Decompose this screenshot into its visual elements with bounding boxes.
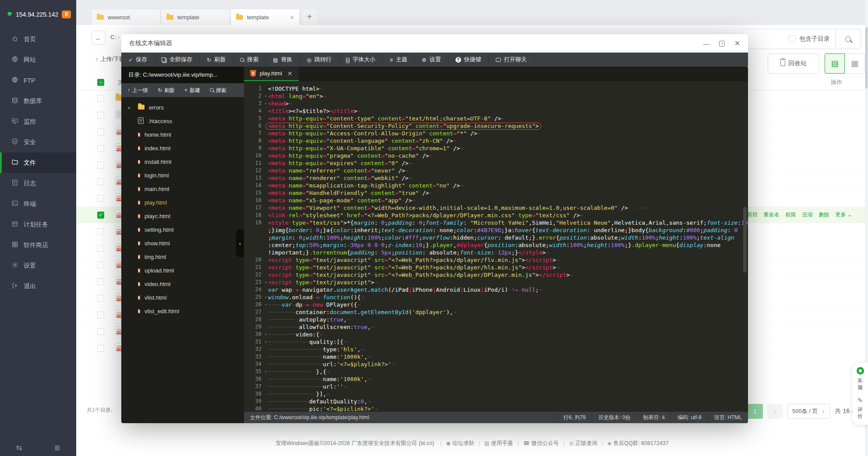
sidebar-item-退出[interactable]: 退出 — [0, 276, 76, 297]
toolbar-搜索[interactable]: 搜索 — [233, 53, 266, 67]
fold-icon[interactable]: ▾ — [265, 301, 267, 308]
row-checkbox[interactable] — [97, 162, 104, 169]
grid-view-button[interactable]: ▦ — [845, 53, 865, 74]
action-重命名[interactable]: 重命名 — [764, 211, 780, 219]
row-checkbox[interactable] — [97, 278, 104, 285]
tree-item-install.html[interactable]: 5install.html — [121, 155, 244, 169]
toolbar-快捷键[interactable]: ?快捷键 — [448, 53, 489, 67]
fold-icon[interactable]: ▾ — [265, 331, 267, 338]
row-checkbox[interactable] — [97, 112, 104, 119]
editor-tab-play[interactable]: 5 play.html ✕ — [244, 67, 299, 81]
tree-item-errors[interactable]: ▸errors — [121, 101, 244, 114]
per-page-select[interactable]: 500条 / 页∨ — [787, 404, 830, 419]
tree-item-upload.html[interactable]: 5upload.html — [121, 264, 244, 277]
sidebar-item-设置[interactable]: 设置 — [0, 255, 76, 276]
status-语言: HTML[interactable]: 语言: HTML — [708, 412, 748, 423]
rate-icon[interactable]: ✎ — [857, 397, 863, 404]
upload-download-button[interactable]: ↑上传/下载 — [95, 55, 125, 63]
tree-item-home.html[interactable]: 5home.html — [121, 128, 244, 141]
row-checkbox[interactable] — [97, 95, 104, 102]
status-编码: utf-8[interactable]: 编码: utf-8 — [671, 412, 708, 423]
row-checkbox[interactable] — [97, 195, 104, 202]
footer-link-售后QQ群: 608172437[interactable]: ◈售后QQ群: 608172437 — [607, 440, 669, 446]
fold-icon[interactable]: ▾ — [265, 338, 267, 346]
sidebar-item-计划任务[interactable]: 计划任务 — [0, 214, 76, 235]
action-压缩[interactable]: 压缩 — [802, 211, 813, 219]
tree-item-vlist_edit.html[interactable]: 5vlist_edit.html — [121, 304, 244, 318]
footer-link-微信公众号[interactable]: ☎微信公众号 — [523, 440, 559, 446]
row-checkbox[interactable] — [97, 295, 104, 302]
tab-template-2[interactable]: template× — [230, 9, 300, 25]
breadcrumb[interactable]: C: › — [110, 34, 120, 40]
tree-item-main.html[interactable]: 5main.html — [121, 182, 244, 196]
toolbar-设置[interactable]: ⚙设置 — [415, 53, 448, 67]
fold-icon[interactable]: ▾ — [265, 279, 267, 286]
sidebar-item-FTP[interactable]: FTP — [0, 70, 76, 91]
maximize-button[interactable]: ↗ — [719, 41, 725, 46]
toolbar-全部保存[interactable]: 全部保存 — [155, 53, 200, 67]
action-剪切[interactable]: 剪切 — [747, 211, 758, 219]
collapse-tree-handle[interactable]: ‹ — [236, 229, 244, 257]
row-checkbox[interactable]: ✓ — [97, 212, 104, 219]
menu-style-icon[interactable]: ≣ — [54, 443, 60, 452]
close-tab-icon[interactable]: × — [290, 14, 294, 21]
sidebar-item-终端[interactable]: 终端 — [0, 194, 76, 214]
next-page-button[interactable]: › — [767, 404, 783, 419]
action-更多[interactable]: 更多 ⌄ — [836, 211, 852, 219]
close-button[interactable]: × — [734, 40, 740, 47]
footer-link-使用手册[interactable]: ▤使用手册 — [484, 440, 513, 446]
row-checkbox[interactable] — [97, 178, 104, 185]
recycle-bin-button[interactable]: 回收站 — [768, 53, 819, 74]
search-button[interactable] — [835, 29, 861, 49]
tree-item-.htaccess[interactable]: .htaccess — [121, 114, 244, 128]
tree-item-setting.html[interactable]: 5setting.html — [121, 223, 244, 237]
row-checkbox[interactable] — [97, 228, 104, 235]
fold-icon[interactable]: ▾ — [265, 293, 267, 301]
status-制表符: 4[interactable]: 制表符: 4 — [637, 412, 671, 423]
row-checkbox[interactable] — [97, 328, 104, 335]
code-editor[interactable]: 1<!DOCTYPE·html>¬2▾<html·lang="en">¬3▾<h… — [244, 81, 748, 412]
footer-link-论坛求助[interactable]: ◉论坛求助 — [446, 440, 474, 446]
tree-toolbar-搜索[interactable]: 搜索 — [210, 87, 226, 94]
tree-item-video.html[interactable]: 5video.html — [121, 277, 244, 291]
tree-toolbar-新建[interactable]: +新建 — [184, 87, 200, 94]
row-checkbox[interactable] — [97, 128, 104, 135]
action-权限[interactable]: 权限 — [786, 211, 796, 219]
tree-item-vlist.html[interactable]: 5vlist.html — [121, 291, 244, 304]
tree-item-play.html[interactable]: 5play.html — [121, 196, 244, 209]
customer-service-label[interactable]: 客服 — [857, 378, 863, 391]
select-all-checkbox[interactable]: − — [97, 79, 104, 86]
search-input[interactable]: 包含子目录 — [741, 29, 861, 49]
include-subdir-option[interactable]: 包含子目录 — [741, 35, 835, 43]
tree-toolbar-刷新[interactable]: ↻刷新 — [158, 87, 175, 94]
close-tab-icon[interactable]: ✕ — [287, 70, 293, 77]
tree-item-show.html[interactable]: 5show.html — [121, 237, 244, 250]
new-tab-button[interactable]: + — [302, 10, 317, 24]
minimize-button[interactable]: — — [703, 40, 709, 47]
fold-icon[interactable]: ▾ — [265, 92, 267, 100]
customer-service-icon[interactable] — [857, 367, 864, 375]
include-subdir-checkbox[interactable] — [789, 35, 796, 42]
sidebar-item-首页[interactable]: 首页 — [0, 29, 76, 49]
tab-wwwroot-0[interactable]: wwwroot — [91, 9, 160, 25]
sidebar-item-网站[interactable]: 网站 — [0, 49, 76, 70]
scrollbar-thumb[interactable] — [865, 27, 868, 88]
sidebar-item-监控[interactable]: 监控 — [0, 111, 76, 132]
tree-item-ting.html[interactable]: 5ting.html — [121, 250, 244, 264]
toolbar-主题[interactable]: ≡主题 — [383, 53, 415, 67]
tree-item-login.html[interactable]: 5login.html — [121, 169, 244, 182]
fold-icon[interactable]: ▾ — [265, 100, 267, 107]
row-checkbox[interactable] — [97, 145, 104, 152]
fold-icon[interactable]: ▾ — [265, 368, 267, 375]
action-删除[interactable]: 删除 — [819, 211, 829, 219]
tree-item-playc.html[interactable]: 5playc.html — [121, 209, 244, 223]
sidebar-item-软件商店[interactable]: 软件商店 — [0, 235, 76, 255]
sidebar-item-日志[interactable]: 日志 — [0, 173, 76, 194]
tree-item-index.html[interactable]: 5index.html — [121, 141, 244, 155]
toolbar-跳转行[interactable]: ◎跳转行 — [300, 53, 339, 67]
toolbar-刷新[interactable]: ↻刷新 — [200, 53, 233, 67]
rate-label[interactable]: 评价 — [857, 407, 863, 420]
message-badge[interactable]: 0 — [62, 11, 71, 18]
row-checkbox[interactable] — [97, 245, 104, 252]
tab-template-1[interactable]: template — [161, 9, 230, 25]
